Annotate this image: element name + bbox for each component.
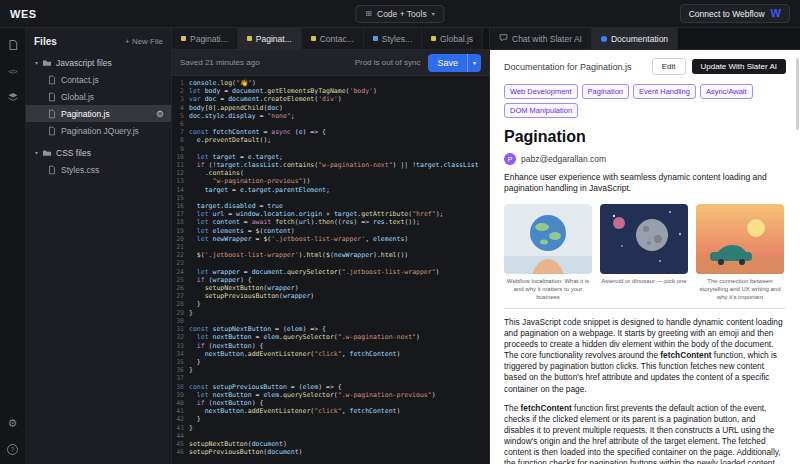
code-line[interactable]: 1console.log("👋") [174, 79, 489, 87]
image-card: The connection between storytelling and … [696, 204, 784, 301]
code-line[interactable]: 28 } [174, 300, 489, 308]
code-line[interactable]: 36} [174, 366, 489, 374]
code-line[interactable]: 19 let elements = $(content) [174, 227, 489, 235]
code-line[interactable]: 15 [174, 194, 489, 202]
editor-tab[interactable]: Contac... [302, 28, 364, 49]
code-line[interactable]: 45setupNextButton(document) [174, 440, 489, 448]
files-title: Files [34, 36, 57, 47]
file-group-header[interactable]: ▾CSS files [26, 144, 171, 161]
code-line[interactable]: 38const setupPreviousButton = (elem) => … [174, 383, 489, 391]
code-line[interactable]: 14 target = e.target.parentElement; [174, 186, 489, 194]
code-line[interactable]: 27 setupPreviousButton(wrapper) [174, 292, 489, 300]
doc-paragraph: The fetchContent function first prevents… [504, 403, 786, 464]
file-item[interactable]: Styles.css [26, 161, 171, 178]
code-text: setupNextButton(wrapper) [189, 284, 299, 292]
code-text: doc.style.display = "none"; [189, 112, 295, 120]
code-line[interactable]: 39 let nextButton = elem.querySelector("… [174, 391, 489, 399]
line-number: 32 [174, 333, 189, 341]
code-line[interactable]: 2let body = document.getElementsByTagNam… [174, 87, 489, 95]
file-group-header[interactable]: ▾Javascript files [26, 54, 171, 71]
code-line[interactable]: 44 [174, 432, 489, 440]
line-number: 2 [174, 87, 189, 95]
code-line[interactable]: 46setupPreviousButton(document) [174, 448, 489, 456]
code-line[interactable]: 23 [174, 259, 489, 267]
code-text: if (wrapper) { [189, 276, 252, 284]
code-line[interactable]: 3var doc = document.createElement('div') [174, 95, 489, 103]
code-line[interactable]: 17 let url = window.location.origin + ta… [174, 210, 489, 218]
connect-to-webflow-button[interactable]: Connect to Webflow W [680, 4, 790, 23]
code-line[interactable]: 12 .contains( [174, 169, 489, 177]
code-tools-label: Code + Tools [377, 9, 427, 19]
code-line[interactable]: 7const fetchContent = async (e) => { [174, 128, 489, 136]
panel-tab[interactable]: Chat with Slater AI [490, 28, 592, 49]
editor-tab[interactable]: Paginat... [238, 28, 302, 49]
panel-tab[interactable]: Documentation [592, 28, 678, 49]
files-icon[interactable] [6, 38, 20, 52]
file-item[interactable]: Pagination JQuery.js [26, 122, 171, 139]
save-dropdown-caret[interactable]: ▾ [467, 54, 481, 72]
code-line[interactable]: 26 setupNextButton(wrapper) [174, 284, 489, 292]
code-line[interactable]: 24 let wrapper = document.querySelector(… [174, 268, 489, 276]
code-line[interactable]: 5doc.style.display = "none"; [174, 112, 489, 120]
code-line[interactable]: 4body[0].appendChild(doc) [174, 104, 489, 112]
line-number: 30 [174, 317, 189, 325]
edit-button[interactable]: Edit [652, 58, 686, 75]
line-number: 40 [174, 399, 189, 407]
code-line[interactable]: 35 } [174, 358, 489, 366]
folder-icon [42, 58, 52, 68]
code-line[interactable]: 6 [174, 120, 489, 128]
editor-tab[interactable]: Styles... [364, 28, 422, 49]
code-text: target = e.target.parentElement; [189, 186, 330, 194]
gear-icon[interactable]: ⚙ [156, 109, 171, 119]
code-line[interactable]: 10 let target = e.target; [174, 153, 489, 161]
code-line[interactable]: 30 [174, 317, 489, 325]
file-item[interactable]: Pagination.js⚙ [26, 105, 171, 122]
code-line[interactable]: 11 if (!target.classList.contains("w-pag… [174, 161, 489, 169]
library-icon[interactable] [6, 90, 20, 104]
code-tools-dropdown[interactable]: ⊞ Code + Tools ▾ [355, 5, 444, 23]
code-line[interactable]: 31const setupNextButton = (elem) => { [174, 325, 489, 333]
chevron-down-icon: ▾ [35, 59, 38, 66]
code-line[interactable]: 33 if (nextButton) { [174, 342, 489, 350]
code-text [189, 317, 193, 325]
update-with-slater-ai-button[interactable]: Update With Slater AI [692, 59, 786, 74]
code-editor[interactable]: 1console.log("👋")2let body = document.ge… [172, 76, 489, 464]
scrollbar-thumb[interactable] [796, 58, 799, 130]
code-line[interactable]: 21 [174, 243, 489, 251]
code-text: let nextButton = elem.querySelector(".w-… [189, 391, 436, 399]
code-line[interactable]: 32 let nextButton = elem.querySelector("… [174, 333, 489, 341]
settings-icon[interactable]: ⚙ [6, 416, 20, 430]
code-line[interactable]: 41 nextButton.addEventListener("click", … [174, 407, 489, 415]
editor-tab[interactable]: Paginati... [172, 28, 238, 49]
file-item[interactable]: Contact.js [26, 71, 171, 88]
code-line[interactable]: 9 [174, 145, 489, 153]
code-line[interactable]: 20 let newWrapper = $('.jetboost-list-wr… [174, 235, 489, 243]
save-button[interactable]: Save ▾ [428, 54, 481, 72]
save-label[interactable]: Save [428, 58, 467, 68]
file-name: Pagination.js [61, 109, 110, 119]
code-line[interactable]: 8 e.preventDefault(); [174, 136, 489, 144]
code-text: let target = e.target; [189, 153, 283, 161]
code-line[interactable]: 16 target.disabled = true [174, 202, 489, 210]
line-number: 11 [174, 161, 189, 169]
file-item[interactable]: Global.js [26, 88, 171, 105]
code-line[interactable]: 43} [174, 424, 489, 432]
editor-tab[interactable]: Global.js [422, 28, 483, 49]
new-file-tab[interactable]: + New File [483, 28, 489, 49]
code-icon[interactable]: </> [6, 64, 20, 78]
code-line[interactable]: 18 let content = await fetch(url).then((… [174, 218, 489, 226]
code-line[interactable]: 42 } [174, 415, 489, 423]
code-line[interactable]: 37 [174, 374, 489, 382]
line-number: 8 [174, 136, 189, 144]
new-file-button[interactable]: + New File [125, 37, 163, 46]
code-line[interactable]: 34 nextButton.addEventListener("click", … [174, 350, 489, 358]
app-logo: WES [10, 8, 37, 20]
webflow-logo-icon: W [771, 8, 781, 19]
code-line[interactable]: 40 if (nextButton) { [174, 399, 489, 407]
help-icon[interactable]: ? [6, 442, 20, 456]
code-line[interactable]: 22 $('.jetboost-list-wrapper').html($(ne… [174, 251, 489, 259]
code-line[interactable]: 13 "w-pagination-previous")) [174, 177, 489, 185]
line-number: 28 [174, 300, 189, 308]
code-line[interactable]: 25 if (wrapper) { [174, 276, 489, 284]
code-line[interactable]: 29} [174, 309, 489, 317]
